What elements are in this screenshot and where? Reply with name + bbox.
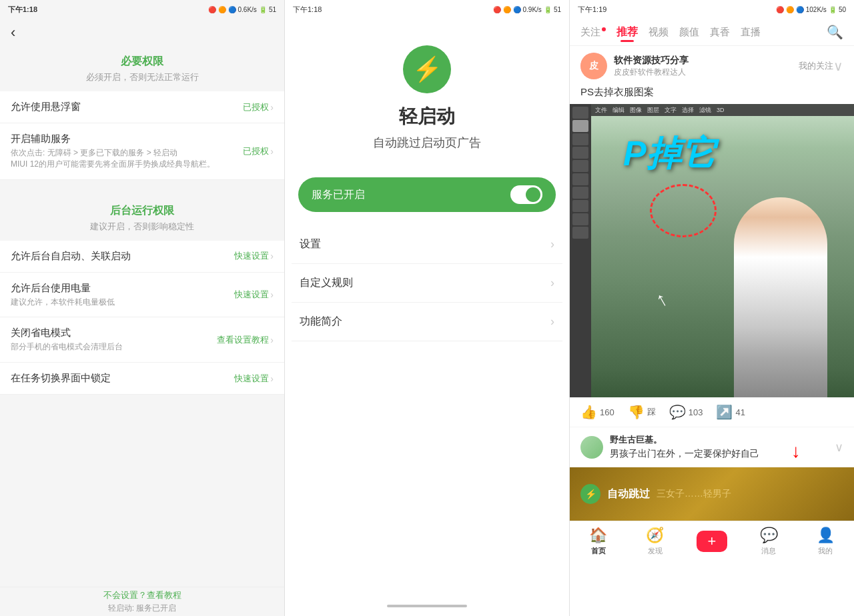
permission-desc-battery: 建议允许，本软件耗电量极低 [11,297,226,308]
dislike-action[interactable]: 👎 踩 [628,404,656,420]
like-action[interactable]: 👍 160 [580,404,614,420]
menu-label-custom: 自定义规则 [300,276,353,290]
author-name: 软件资源技巧分享 [614,55,799,67]
tab-video[interactable]: 视频 [649,26,669,39]
tab-follow[interactable]: 关注 [580,26,606,39]
message-icon: 💬 [760,527,778,544]
time-p2: 下午1:18 [293,5,322,15]
status-icons-p2: 🔴 🟠 🔵 0.9K/s 🔋 51 [493,6,561,13]
tab-face[interactable]: 颜值 [679,26,699,39]
hero-icon: ⚡ [403,45,451,93]
share-count: 41 [735,407,745,417]
comment-icon: 💬 [669,404,686,420]
menu-item-intro[interactable]: 功能简介 › [292,303,562,341]
help-link[interactable]: 不会设置？查看教程 [103,589,181,601]
like-count: 160 [600,407,614,417]
back-button[interactable]: ‹ [11,24,15,41]
add-button[interactable]: + [697,531,727,552]
menu-arrow-intro: › [550,315,554,329]
permission-item-lock[interactable]: 在任务切换界面中锁定 快速设置 › [0,363,284,395]
menu-item-settings[interactable]: 设置 › [292,225,562,264]
selection-oval [650,184,717,237]
home-indicator [387,605,467,607]
collapse-icon[interactable]: ∨ [833,58,843,74]
like-icon: 👍 [580,404,597,420]
share-icon: ↗️ [716,404,733,420]
add-button-wrap: + [683,531,740,552]
service-toggle-row[interactable]: 服务已开启 [298,177,556,212]
required-section-subtitle: 必须开启，否则无法正常运行 [0,71,284,83]
comment-username: 野生古巨基。 [610,434,835,446]
nav-tabs: 关注 推荐 视频 颜值 真香 直播 [580,25,761,39]
ps-mockup: P掉它 ↑ 文件 编辑 图像 图层 文字 选择 滤镜 3D [570,104,854,397]
video-caption: 三女子……轻男子 [657,488,731,500]
panel2-menu: 设置 › 自定义规则 › 功能简介 › [285,225,569,596]
permission-item-powersave[interactable]: 关闭省电模式 部分手机的省电模式会清理后台 查看设置教程 › [0,317,284,363]
home-icon: 🏠 [589,527,607,544]
panel-permissions: 下午1:18 🔴 🟠 🔵 0.6K/s 🔋 51 ‹ 必要权限 必须开启，否则无… [0,0,285,616]
dislike-icon: 👎 [628,404,645,420]
permission-item-battery[interactable]: 允许后台使用电量 建议允许，本软件耗电量极低 快速设置 › [0,273,284,318]
ps-menubar: 文件 编辑 图像 图层 文字 选择 滤镜 3D [591,104,854,116]
bottom-nav: 🏠 首页 🧭 发现 + 💬 消息 👤 我的 [570,521,854,561]
menu-item-custom-rules[interactable]: 自定义规则 › [292,264,562,303]
section-gap [0,180,284,193]
permission-status-powersave: 查看设置教程 [217,334,269,346]
status-bar-p1: 下午1:18 🔴 🟠 🔵 0.6K/s 🔋 51 [0,0,284,19]
ps-tool-6 [572,173,588,185]
permission-status-battery: 快速设置 [234,289,269,301]
menu-arrow-custom: › [550,276,554,290]
permission-item-float-window[interactable]: 允许使用悬浮窗 已授权 › [0,91,284,123]
nav-message[interactable]: 💬 消息 [741,527,797,556]
comment-action[interactable]: 💬 103 [669,404,703,420]
panel-social-feed: 下午1:19 🔴 🟠 🔵 102K/s 🔋 50 关注 推荐 视频 颜值 真香 … [570,0,854,616]
share-action[interactable]: ↗️ 41 [716,404,745,420]
backend-section-subtitle: 建议开启，否则影响稳定性 [0,221,284,233]
required-section-title: 必要权限 [0,55,284,69]
menu-arrow-settings: › [550,237,554,251]
comment-row: 野生古巨基。 男孩子出门在外，一定要保护好自己 ∨ [580,434,843,460]
toggle-switch[interactable] [510,185,542,204]
time-p3: 下午1:19 [578,5,606,15]
comment-text: 男孩子出门在外，一定要保护好自己 [610,448,835,460]
menu-label-settings: 设置 [300,237,321,251]
profile-icon: 👤 [817,527,835,544]
follow-dot [602,27,606,31]
ps-tool-7 [572,187,588,199]
arrow-icon-6: › [270,373,274,384]
author-sub: 皮皮虾软件教程达人 [614,67,799,78]
tab-live[interactable]: 直播 [741,26,761,39]
follow-button[interactable]: 我的关注 [799,60,833,72]
panel2-bottom [285,596,569,616]
permission-item-autostart[interactable]: 允许后台自启动、关联启动 快速设置 › [0,241,284,273]
ps-tool-5 [572,160,588,172]
permission-item-accessibility[interactable]: 开启辅助服务 依次点击: 无障碍 > 更多已下载的服务 > 轻启动MIUI 12… [0,123,284,180]
nav-home[interactable]: 🏠 首页 [570,527,626,556]
tab-recommend[interactable]: 推荐 [616,25,638,39]
comment-collapse-icon[interactable]: ∨ [835,440,843,455]
comment-section: 野生古巨基。 男孩子出门在外，一定要保护好自己 ∨ ↓ [570,427,854,467]
home-label: 首页 [591,546,606,556]
permission-status-float: 已授权 [243,101,269,113]
message-label: 消息 [761,546,776,556]
panel-qichudong: 下午1:18 🔴 🟠 🔵 0.9K/s 🔋 51 ⚡ 轻启动 自动跳过启动页广告… [285,0,570,616]
ps-tool-3 [572,133,588,145]
arrow-icon: › [270,102,274,113]
tab-zhexiang[interactable]: 真香 [710,26,730,39]
auto-skip-label[interactable]: 自动跳过 [607,487,650,501]
post-header: 皮 软件资源技巧分享 皮皮虾软件教程达人 我的关注 ∨ [570,46,854,86]
ps-tool-9 [572,213,588,225]
status-text: 轻启动: 服务已开启 [108,603,177,614]
bolt-icon: ⚡ [412,55,442,83]
comment-count: 103 [689,407,703,417]
status-bar-p2: 下午1:18 🔴 🟠 🔵 0.9K/s 🔋 51 [285,0,569,19]
profile-label: 我的 [818,546,833,556]
search-icon[interactable]: 🔍 [827,24,843,40]
avatar: 皮 [580,53,607,79]
time-p1: 下午1:18 [8,5,37,15]
status-icons-p3: 🔴 🟠 🔵 102K/s 🔋 50 [776,6,846,13]
nav-profile[interactable]: 👤 我的 [797,527,854,556]
nav-discover[interactable]: 🧭 发现 [626,527,683,556]
ps-tool-1 [572,107,588,119]
ps-toolbar [570,104,591,397]
